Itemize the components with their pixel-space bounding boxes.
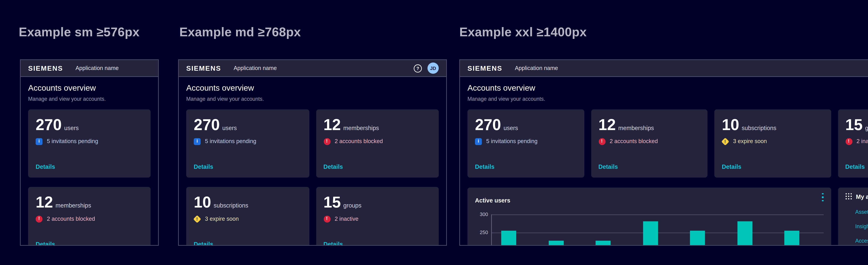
stat-label: groups [865,124,868,131]
stat-label: users [222,124,237,131]
stat-label: memberships [618,124,654,131]
page-subtitle: Manage and view your accounts. [186,96,439,102]
icon-glyph: ! [326,139,328,144]
status-row: i5 invitations pending [475,138,577,145]
user-avatar[interactable]: JD [427,62,439,74]
status-text: 5 invitations pending [47,138,98,145]
header-actions: ?JD [414,62,439,74]
kebab-dot [822,197,824,198]
app-link-insights[interactable]: Insights› [855,223,868,230]
grid-dot [850,196,852,197]
stat-card-subscriptions: 10subscriptions!3 expire soonDetails [714,109,831,177]
app-link-access-key[interactable]: Access key› [855,238,868,244]
stat-number: 15 [845,118,863,131]
grid-dot [845,199,846,200]
info-icon: i [194,138,201,145]
grid-dot [848,193,849,194]
details-link[interactable]: Details [323,241,431,246]
grid-dot [850,193,852,194]
warning-icon: ! [721,137,729,145]
error-icon: ! [598,138,606,145]
app-header: SIEMENSApplication name [21,60,158,77]
siemens-logo: SIEMENS [467,64,502,72]
chart-plot-area: 300250 [491,209,824,245]
details-link[interactable]: Details [475,163,577,170]
page-title: Accounts overview [186,83,439,93]
stat-value-row: 10subscriptions [722,118,824,131]
kebab-dot [822,200,824,201]
stat-label: memberships [343,124,379,131]
details-link[interactable]: Details [194,163,302,170]
stat-value-row: 15groups [845,118,868,131]
list-item: Insights› [855,219,868,231]
stat-number: 12 [323,118,341,131]
section-title-sm: Example sm ≥576px [19,25,140,39]
siemens-logo: SIEMENS [28,64,63,72]
status-row: !2 accounts blocked [598,138,700,145]
stat-number: 10 [722,118,739,131]
details-link[interactable]: Details [36,241,143,246]
status-text: 3 expire soon [733,138,767,145]
apps-grid-icon [845,193,852,200]
app-link-label: Assets flow [855,209,868,215]
list-item: Assets flow› [855,205,868,216]
stat-value-row: 15groups [323,196,431,209]
app-window-xxl: SIEMENSApplication name?JDAccounts overv… [459,59,868,246]
icon-glyph: ! [601,139,602,144]
chart-bar [737,221,752,245]
details-link[interactable]: Details [722,163,824,170]
stat-label: users [504,124,518,131]
app-link-label: Insights [855,223,868,230]
app-link-assets-flow[interactable]: Assets flow› [855,209,868,215]
details-link[interactable]: Details [598,163,700,170]
warning-icon: ! [193,215,201,223]
my-apps-header: My apps [845,193,868,200]
stat-cards-grid: 270usersi5 invitations pendingDetails12m… [28,109,151,246]
gridline [491,214,824,215]
page-content: Accounts overviewManage and view your ac… [179,77,446,246]
icon-glyph: i [478,139,479,144]
status-row: i5 invitations pending [194,138,302,145]
status-text: 3 expire soon [205,216,239,222]
stat-card-memberships: 12memberships!2 accounts blockedDetails [591,109,707,177]
details-link[interactable]: Details [845,163,868,170]
stat-label: users [64,124,79,131]
details-link[interactable]: Details [194,241,302,246]
stat-value-row: 270users [475,118,577,131]
error-icon: ! [36,215,42,222]
stat-number: 10 [194,196,211,209]
page-content: Accounts overviewManage and view your ac… [460,77,868,246]
stat-card-groups: 15groups!2 inactiveDetails [316,187,439,245]
status-text: 2 accounts blocked [335,138,383,145]
section-title-md: Example md ≥768px [179,25,301,39]
kebab-menu-icon[interactable] [820,193,825,201]
error-icon: ! [845,138,852,145]
stat-card-groups: 15groups!2 inactiveDetails [838,109,868,177]
details-link[interactable]: Details [36,163,143,170]
help-icon[interactable]: ? [414,64,422,72]
status-text: 2 inactive [335,216,359,222]
chart-bar [784,231,799,246]
application-name: Application name [515,65,558,71]
app-header: SIEMENSApplication name?JD [179,60,446,77]
chart-title: Active users [475,197,510,204]
stat-value-row: 12memberships [323,118,431,131]
stat-label: subscriptions [742,124,776,131]
list-item: Access key› [855,234,868,245]
app-link-label: Access key [855,238,868,244]
active-users-chart-panel: Active users300250 [467,187,831,246]
stat-card-users: 270usersi5 invitations pendingDetails [28,109,151,177]
chart-bar [690,231,705,246]
icon-glyph: ! [326,216,328,221]
icon-glyph: i [38,139,40,144]
info-icon: i [36,138,42,145]
my-apps-panel: My appsAssets flow›Insights›Access key›A… [838,187,868,246]
stat-number: 270 [194,118,220,131]
icon-glyph: ! [724,139,726,143]
application-name: Application name [75,65,119,71]
app-window-sm: SIEMENSApplication nameAccounts overview… [20,59,159,246]
details-link[interactable]: Details [323,163,431,170]
stat-card-users: 270usersi5 invitations pendingDetails [467,109,584,177]
my-apps-title: My apps [856,193,868,200]
status-row: !3 expire soon [722,138,824,145]
